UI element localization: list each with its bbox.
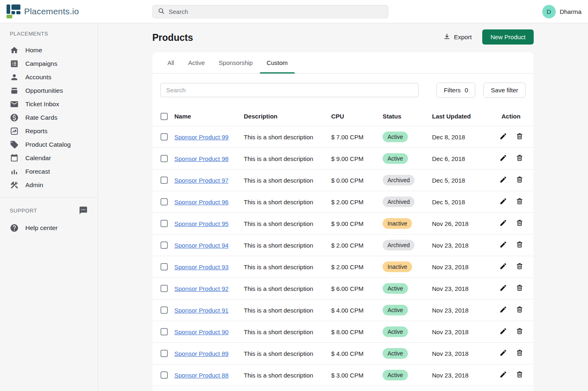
row-checkbox[interactable] (160, 241, 168, 249)
global-search[interactable] (152, 5, 388, 18)
sidebar-item-forecast[interactable]: Forecast (0, 165, 98, 178)
edit-button[interactable] (499, 198, 507, 206)
status-badge: Active (383, 132, 408, 142)
status-badge: Inactive (383, 218, 412, 229)
status-badge: Active (383, 283, 408, 294)
product-link[interactable]: Sponsor Product 93 (174, 264, 229, 270)
edit-button[interactable] (499, 241, 507, 249)
product-link[interactable]: Sponsor Product 95 (174, 220, 229, 227)
home-icon (10, 46, 19, 55)
rate-cards-icon (10, 113, 19, 122)
edit-button[interactable] (499, 263, 507, 271)
product-link[interactable]: Sponsor Product 89 (174, 350, 229, 357)
sidebar-item-accounts[interactable]: Accounts (0, 70, 98, 84)
delete-button[interactable] (515, 371, 523, 379)
delete-button[interactable] (515, 349, 523, 357)
delete-button[interactable] (515, 219, 523, 228)
brand-logo[interactable]: Placements.io (7, 4, 79, 18)
product-link[interactable]: Sponsor Product 94 (174, 242, 229, 249)
avatar[interactable]: D (542, 5, 556, 18)
table-toolbar: Filters 0 Save filter (152, 74, 534, 107)
tab-active[interactable]: Active (181, 52, 212, 73)
user-menu[interactable]: D Dharma (542, 5, 581, 18)
product-link[interactable]: Sponsor Product 98 (174, 155, 229, 162)
edit-button[interactable] (499, 371, 507, 379)
sidebar-item-home[interactable]: Home (0, 43, 98, 57)
column-header-action: Action (497, 113, 526, 120)
product-link[interactable]: Sponsor Product 92 (174, 285, 229, 292)
products-card: AllActiveSponsorshipCustom Filters 0 Sav… (152, 52, 534, 391)
sidebar-item-rate-cards[interactable]: Rate Cards (0, 111, 98, 124)
chat-bubble-icon[interactable] (79, 206, 88, 215)
delete-button[interactable] (515, 241, 523, 249)
sidebar-item-label: Reports (25, 127, 47, 135)
column-header-cpu: CPU (331, 113, 383, 120)
row-checkbox[interactable] (160, 285, 168, 292)
sidebar-item-product-catalog[interactable]: Product Catalog (0, 138, 98, 151)
select-all-checkbox[interactable] (160, 113, 168, 120)
edit-button[interactable] (499, 133, 507, 141)
row-checkbox[interactable] (160, 306, 168, 314)
product-link[interactable]: Sponsor Product 88 (174, 372, 229, 379)
sidebar-item-opportunities[interactable]: Opportunities (0, 84, 98, 97)
download-icon (443, 33, 450, 41)
sidebar-item-campaigns[interactable]: Campaigns (0, 57, 98, 70)
delete-button[interactable] (515, 284, 523, 293)
delete-button[interactable] (515, 328, 523, 336)
row-checkbox[interactable] (160, 155, 168, 162)
product-link[interactable]: Sponsor Product 99 (174, 134, 229, 141)
row-checkbox[interactable] (160, 177, 168, 184)
trash-icon (516, 197, 523, 206)
last-updated: Dec 5, 2018 (432, 199, 497, 206)
row-checkbox[interactable] (160, 350, 168, 357)
edit-button[interactable] (499, 284, 507, 293)
sidebar-item-admin[interactable]: Admin (0, 178, 98, 192)
filters-button[interactable]: Filters 0 (437, 83, 475, 98)
main-content: Products Export New Product AllActiveSpo… (98, 23, 588, 391)
product-link[interactable]: Sponsor Product 90 (174, 328, 229, 335)
global-search-input[interactable] (169, 8, 383, 15)
row-checkbox[interactable] (160, 133, 168, 141)
sidebar-item-calendar[interactable]: Calendar (0, 151, 98, 165)
table-row: Sponsor Product 99This is a short descri… (152, 126, 534, 147)
save-filter-button[interactable]: Save filter (483, 83, 526, 98)
sidebar-item-label: Rate Cards (25, 114, 57, 121)
row-checkbox[interactable] (160, 198, 168, 206)
sidebar-item-reports[interactable]: Reports (0, 124, 98, 138)
sidebar-item-help-center[interactable]: Help center (0, 221, 98, 235)
delete-button[interactable] (515, 154, 523, 163)
row-checkbox[interactable] (160, 328, 168, 335)
table-row: Sponsor Product 91This is a short descri… (152, 299, 534, 321)
export-button[interactable]: Export (443, 33, 472, 41)
delete-button[interactable] (515, 198, 523, 206)
pencil-icon (499, 306, 507, 315)
delete-button[interactable] (515, 306, 523, 314)
tab-sponsorship[interactable]: Sponsorship (212, 52, 260, 73)
product-link[interactable]: Sponsor Product 91 (174, 307, 229, 314)
edit-button[interactable] (499, 154, 507, 163)
row-checkbox[interactable] (160, 371, 168, 379)
tab-all[interactable]: All (160, 52, 181, 73)
reports-icon (10, 127, 19, 136)
row-checkbox[interactable] (160, 220, 168, 227)
sidebar-item-ticket-inbox[interactable]: Ticket Inbox (0, 97, 98, 111)
new-product-button[interactable]: New Product (482, 29, 534, 45)
delete-button[interactable] (515, 176, 523, 184)
product-link[interactable]: Sponsor Product 97 (174, 177, 229, 184)
page-title: Products (152, 32, 193, 43)
table-search-input[interactable] (160, 83, 419, 97)
delete-button[interactable] (515, 263, 523, 271)
tab-custom[interactable]: Custom (260, 52, 295, 73)
status-badge: Active (383, 305, 408, 315)
edit-button[interactable] (499, 306, 507, 314)
row-checkbox[interactable] (160, 263, 168, 270)
edit-button[interactable] (499, 349, 507, 357)
edit-button[interactable] (499, 176, 507, 184)
delete-button[interactable] (515, 133, 523, 141)
edit-button[interactable] (499, 219, 507, 228)
trash-icon (516, 241, 523, 250)
product-link[interactable]: Sponsor Product 96 (174, 199, 229, 206)
edit-button[interactable] (499, 328, 507, 336)
forecast-icon (10, 167, 19, 176)
status-badge: Archived (383, 175, 414, 185)
